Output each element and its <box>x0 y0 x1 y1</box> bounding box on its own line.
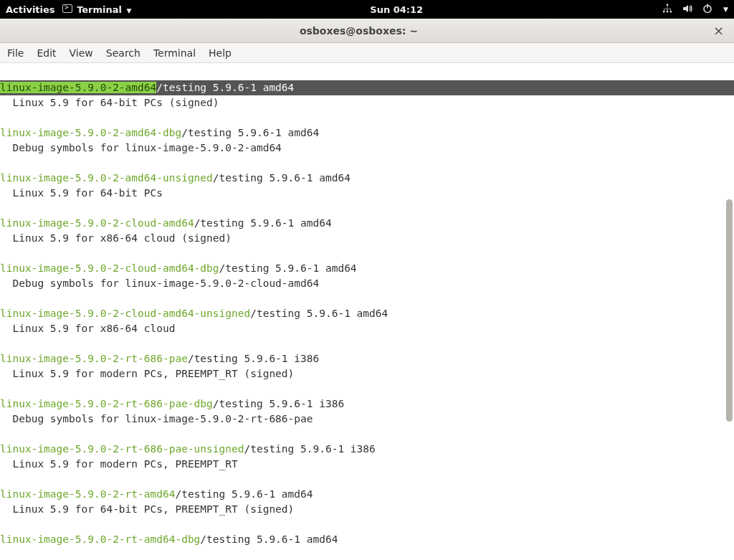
svg-rect-4 <box>667 5 668 9</box>
package-desc: Linux 5.9 for x86-64 cloud <box>0 321 734 336</box>
menu-terminal[interactable]: Terminal <box>153 47 196 59</box>
package-name: linux-image-5.9.0-2-rt-686-pae-unsigned <box>0 443 244 455</box>
package-desc: Debug symbols for linux-image-5.9.0-2-am… <box>0 141 734 156</box>
package-suffix: /testing 5.9.6-1 i386 <box>244 443 375 455</box>
svg-rect-7 <box>667 9 668 11</box>
package-entry: linux-image-5.9.0-2-rt-686-pae-dbg/testi… <box>0 397 734 427</box>
package-name: linux-image-5.9.0-2-amd64 <box>0 82 156 93</box>
package-name: linux-image-5.9.0-2-cloud-amd64-unsigned <box>0 308 250 319</box>
package-name: linux-image-5.9.0-2-rt-amd64-dbg <box>0 533 200 545</box>
menu-search[interactable]: Search <box>106 47 140 59</box>
package-entry: linux-image-5.9.0-2-amd64-unsigned/testi… <box>0 171 734 201</box>
package-entry: linux-image-5.9.0-2-amd64/testing 5.9.6-… <box>0 80 734 110</box>
package-desc: Linux 5.9 for 64-bit PCs, PREEMPT_RT (si… <box>0 502 734 517</box>
package-suffix: /testing 5.9.6-1 amd64 <box>250 308 388 319</box>
package-name: linux-image-5.9.0-2-rt-amd64 <box>0 488 175 500</box>
svg-rect-6 <box>664 9 664 11</box>
package-entry: linux-image-5.9.0-2-cloud-amd64/testing … <box>0 216 734 246</box>
package-entry: linux-image-5.9.0-2-rt-686-pae/testing 5… <box>0 351 734 381</box>
package-desc: Linux 5.9 for x86-64 cloud (signed) <box>0 231 734 246</box>
package-suffix: /testing 5.9.6-1 i386 <box>188 353 319 364</box>
package-suffix: /testing 5.9.6-1 amd64 <box>219 262 357 274</box>
power-icon[interactable] <box>702 3 713 16</box>
close-button[interactable]: × <box>710 23 727 38</box>
window-title: osboxes@osboxes: ~ <box>7 25 710 37</box>
package-suffix: /testing 5.9.6-1 i386 <box>213 398 344 409</box>
package-entry: linux-image-5.9.0-2-cloud-amd64-dbg/test… <box>0 261 734 291</box>
clock[interactable]: Sun 04:12 <box>131 4 662 15</box>
package-suffix: /testing 5.9.6-1 amd64 <box>156 82 294 93</box>
package-desc: Linux 5.9 for 64-bit PCs (signed) <box>0 95 734 110</box>
package-suffix: /testing 5.9.6-1 amd64 <box>194 217 332 229</box>
package-name: linux-image-5.9.0-2-rt-686-pae <box>0 353 188 364</box>
package-suffix: /testing 5.9.6-1 amd64 <box>175 488 313 500</box>
package-desc: Linux 5.9 for modern PCs, PREEMPT_RT <box>0 457 734 472</box>
package-desc: Linux 5.9 for 64-bit PCs <box>0 186 734 201</box>
package-name: linux-image-5.9.0-2-rt-686-pae-dbg <box>0 398 213 409</box>
activities-button[interactable]: Activities <box>6 4 55 15</box>
gnome-topbar: Activities Terminal ▼ Sun 04:12 ▼ <box>0 0 734 19</box>
menu-help[interactable]: Help <box>209 47 232 59</box>
volume-icon[interactable] <box>682 3 693 16</box>
app-menu[interactable]: Terminal ▼ <box>62 4 132 15</box>
network-icon[interactable] <box>662 3 673 16</box>
package-entry: linux-image-5.9.0-2-cloud-amd64-unsigned… <box>0 306 734 336</box>
package-suffix: /testing 5.9.6-1 amd64 <box>213 172 351 184</box>
menu-view[interactable]: View <box>70 47 93 59</box>
menu-edit[interactable]: Edit <box>37 47 56 59</box>
scrollbar-thumb[interactable] <box>726 199 733 422</box>
window-titlebar: osboxes@osboxes: ~ × <box>0 19 734 43</box>
menu-file[interactable]: File <box>7 47 24 59</box>
package-name: linux-image-5.9.0-2-amd64-dbg <box>0 127 181 138</box>
chevron-down-icon[interactable]: ▼ <box>723 6 728 13</box>
package-suffix: /testing 5.9.6-1 amd64 <box>181 127 319 138</box>
chevron-down-icon: ▼ <box>127 7 132 14</box>
package-entry: linux-image-5.9.0-2-rt-686-pae-unsigned/… <box>0 442 734 472</box>
package-entry: linux-image-5.9.0-2-amd64-dbg/testing 5.… <box>0 125 734 156</box>
terminal-icon <box>62 4 72 13</box>
terminal-output[interactable]: linux-image-5.9.0-2-amd64/testing 5.9.6-… <box>0 63 734 80</box>
svg-rect-10 <box>707 4 708 8</box>
package-desc: Debug symbols for linux-image-5.9.0-2-rt… <box>0 412 734 427</box>
package-desc: Debug symbols for linux-image-5.9.0-2-cl… <box>0 276 734 291</box>
package-entry: linux-image-5.9.0-2-rt-amd64/testing 5.9… <box>0 487 734 517</box>
package-name: linux-image-5.9.0-2-cloud-amd64 <box>0 217 194 229</box>
menubar: File Edit View Search Terminal Help <box>0 43 734 63</box>
svg-rect-3 <box>670 11 672 12</box>
svg-rect-8 <box>670 9 671 11</box>
svg-rect-2 <box>667 11 668 12</box>
scrollbar-track[interactable] <box>724 63 734 560</box>
package-name: linux-image-5.9.0-2-cloud-amd64-dbg <box>0 262 219 274</box>
package-name: linux-image-5.9.0-2-amd64-unsigned <box>0 172 213 184</box>
package-entry: linux-image-5.9.0-2-rt-amd64-dbg/testing… <box>0 532 734 547</box>
package-desc: Linux 5.9 for modern PCs, PREEMPT_RT (si… <box>0 366 734 381</box>
svg-rect-1 <box>663 11 664 12</box>
package-suffix: /testing 5.9.6-1 amd64 <box>200 533 338 545</box>
